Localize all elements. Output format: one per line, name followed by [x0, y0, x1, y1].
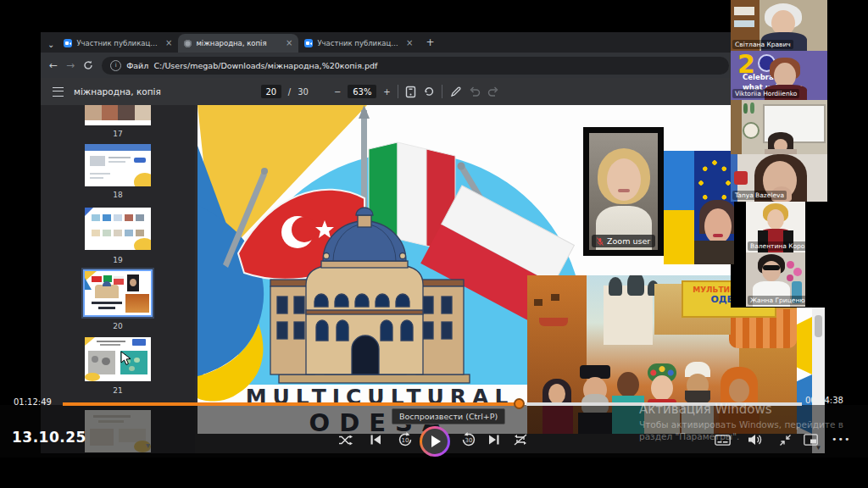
participant-name: Світлана Кравич [732, 40, 793, 49]
thumbnail-page-18[interactable] [85, 144, 151, 186]
watermark-line2: Чтобы активировать Windows, перейдите в [639, 419, 843, 430]
pdf-title: міжнародна, копія [74, 86, 161, 97]
wall-emblem [734, 171, 748, 185]
thumbnail-label: 18 [85, 191, 151, 199]
participant-tile-1[interactable]: Світлана Кравич [731, 0, 827, 51]
participant-name: Жанна Гриценюк [748, 296, 805, 305]
tab-zoom-1[interactable]: Участник публикации - Zoom × [58, 34, 178, 53]
rotate-icon[interactable] [423, 86, 435, 97]
watermark-line3: раздел "Параметры". [639, 431, 843, 441]
zoom-out-button[interactable]: − [334, 87, 341, 97]
reload-icon[interactable] [83, 60, 93, 70]
annotate-pen-icon[interactable] [449, 86, 462, 98]
video-date-label: 13.10.25 [12, 429, 86, 446]
tab-strip: ⌄ Участник публикации - Zoom × міжнародн… [41, 32, 825, 53]
tab-close-icon[interactable]: × [165, 39, 172, 47]
sunglasses [763, 265, 780, 270]
thumbnail-label: 21 [85, 386, 151, 395]
seekbar-handle[interactable] [514, 398, 525, 409]
video-player-screen: ⌄ Участник публикации - Zoom × міжнародн… [0, 0, 868, 488]
participant-lips [713, 234, 723, 237]
thumbnail-label: 19 [85, 256, 151, 264]
thumbnail-label: 20 [85, 322, 151, 330]
zoom-user-label: Zoom user [607, 236, 650, 246]
bottom-letterbox [0, 458, 868, 488]
participant-name: Tanya Bazeleva [732, 191, 787, 200]
zoom-level[interactable]: 63% [348, 85, 376, 98]
participant-tile-6[interactable]: Жанна Гриценюк [746, 252, 805, 307]
tab-label: Участник публикации - Zoom [76, 39, 161, 47]
participant-face [704, 208, 732, 244]
participant-video-zoom-user[interactable]: Zoom user [583, 127, 664, 256]
play-button[interactable] [420, 426, 450, 457]
mouse-cursor [120, 351, 132, 366]
zoom-favicon [304, 39, 313, 47]
tab-close-icon[interactable]: × [406, 39, 413, 47]
next-button[interactable] [488, 434, 500, 446]
play-icon [431, 435, 441, 447]
repeat-off-button[interactable] [514, 434, 527, 446]
zoom-favicon [64, 39, 72, 47]
tab-label: міжнародна, копія [196, 39, 281, 47]
svg-text:30: 30 [465, 437, 473, 444]
zoom-in-button[interactable]: + [383, 87, 390, 97]
tab-close-icon[interactable]: × [286, 39, 292, 47]
thumbnail-page-19[interactable] [85, 208, 151, 250]
seekbar-elapsed[interactable] [63, 402, 515, 406]
pdf-toolbar: міжнародна, копія 20 / 30 − 63% + [41, 78, 825, 105]
tab-pdf-active[interactable]: міжнародна, копія × [178, 34, 298, 53]
participant-video-eu-flag[interactable] [664, 151, 734, 264]
zoom-user-name-tag: Zoom user [592, 235, 655, 247]
participant-tile-3[interactable] [731, 100, 827, 154]
thumbnail-page-21[interactable] [85, 337, 151, 381]
tab-label: Участник публикации - Zoom [317, 39, 402, 47]
undo-icon[interactable] [469, 86, 481, 97]
tab-zoom-2[interactable]: Участник публикации - Zoom × [298, 34, 419, 53]
page-separator: / [288, 87, 291, 97]
omnibox[interactable]: i Файл C:/Users/megab/Downloads/міжнарод… [102, 57, 729, 75]
address-bar: ← → i Файл C:/Users/megab/Downloads/міжн… [41, 53, 825, 78]
tab-search-icon[interactable]: ⌄ [47, 40, 54, 49]
forward-30-button[interactable]: 30 [460, 431, 477, 448]
participant-face [767, 209, 784, 230]
page-number-input[interactable]: 20 [261, 85, 281, 98]
rewind-10-button[interactable]: 10 [397, 431, 414, 448]
watermark-title: Активация Windows [639, 402, 843, 417]
participant-face [607, 158, 641, 201]
thumbnail-page-20-selected[interactable] [85, 271, 151, 315]
windows-activation-watermark: Активация Windows Чтобы активировать Win… [639, 402, 843, 441]
fit-page-icon[interactable] [405, 86, 416, 98]
thumbnail-panel: 17 18 [41, 105, 195, 453]
participant-name: Viktoriia Hordiienko [732, 89, 799, 98]
participant-shoulders [694, 241, 734, 264]
previous-button[interactable] [370, 434, 381, 446]
file-chip: Файл [126, 61, 148, 70]
pdf-favicon [184, 40, 192, 47]
back-icon[interactable]: ← [49, 59, 58, 71]
participant-tile-5[interactable]: Валентина Королюк [746, 202, 805, 252]
forward-icon[interactable]: → [66, 59, 75, 71]
participant-name: Валентина Королюк [748, 241, 805, 251]
url-text: C:/Users/megab/Downloads/міжнародна,%20к… [153, 61, 377, 70]
menu-icon[interactable] [53, 87, 64, 97]
new-tab-button[interactable]: + [426, 36, 434, 48]
thumbnail-label: 17 [85, 130, 151, 138]
shuffle-button[interactable] [338, 435, 353, 446]
page-total: 30 [298, 87, 309, 97]
current-time: 01:12:49 [14, 397, 52, 407]
participant-face [762, 261, 781, 281]
participant-lips [618, 189, 630, 192]
svg-text:10: 10 [402, 437, 409, 444]
page-info-icon[interactable]: i [110, 60, 121, 71]
scrollbar-thumb[interactable] [815, 315, 822, 337]
play-tooltip: Воспроизвести (Ctrl+P) [392, 408, 505, 424]
redo-icon[interactable] [487, 86, 499, 97]
participant-tile-4[interactable]: Tanya Bazeleva [731, 154, 827, 202]
participant-tile-2[interactable]: 2 Celebrating what unites us Viktoriia H… [731, 51, 827, 100]
mic-muted-icon [597, 237, 604, 246]
thumbnail-page-17[interactable] [85, 105, 151, 125]
